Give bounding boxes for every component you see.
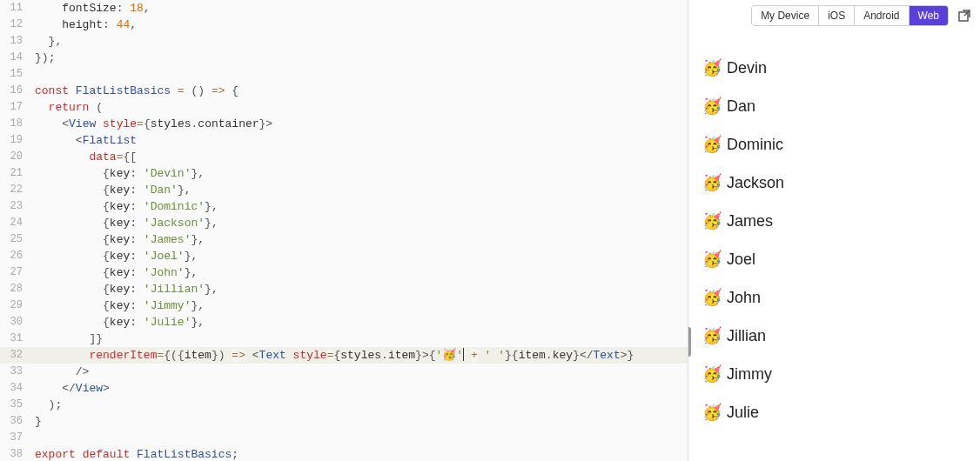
list-item: 🥳 Joel: [702, 240, 966, 278]
code-content: export default FlatListBasics;: [35, 446, 238, 461]
line-number: 28: [0, 281, 35, 297]
list-item-text: Devin: [727, 59, 767, 77]
code-content: {key: 'Jimmy'},: [35, 297, 205, 314]
code-line[interactable]: 18 <View style={styles.container}>: [0, 116, 688, 132]
line-number: 25: [0, 231, 35, 248]
code-content: },: [35, 33, 62, 50]
list-item: 🥳 Devin: [702, 49, 966, 87]
line-number: 20: [0, 149, 35, 165]
code-content: height: 44,: [35, 17, 137, 33]
party-emoji-icon: 🥳: [702, 250, 722, 269]
code-line[interactable]: 15: [0, 66, 688, 83]
list-item-text: John: [727, 289, 761, 307]
code-line[interactable]: 29 {key: 'Jimmy'},: [0, 297, 688, 314]
line-number: 29: [0, 297, 35, 314]
code-line[interactable]: 24 {key: 'Jackson'},: [0, 215, 688, 231]
tab-web[interactable]: Web: [910, 6, 948, 25]
code-line[interactable]: 34 </View>: [0, 380, 688, 397]
line-number: 21: [0, 165, 35, 182]
code-line[interactable]: 12 height: 44,: [0, 17, 688, 33]
code-content: <View style={styles.container}>: [35, 116, 272, 132]
code-content: {key: 'Dan'},: [35, 182, 191, 198]
code-line[interactable]: 14});: [0, 50, 688, 66]
code-content: ]}: [35, 331, 103, 347]
code-line[interactable]: 30 {key: 'Julie'},: [0, 314, 688, 331]
code-content: }: [35, 413, 42, 430]
code-line[interactable]: 26 {key: 'Joel'},: [0, 248, 688, 264]
list-item: 🥳 James: [702, 202, 966, 240]
line-number: 26: [0, 248, 35, 264]
code-content: {key: 'Jillian'},: [35, 281, 218, 297]
list-item: 🥳 Dominic: [702, 125, 966, 164]
code-content: <FlatList: [35, 132, 137, 149]
line-number: 19: [0, 132, 35, 149]
code-line[interactable]: 27 {key: 'John'},: [0, 264, 688, 281]
line-number: 11: [0, 0, 35, 17]
tab-ios[interactable]: iOS: [819, 6, 855, 25]
list-item-text: Dominic: [727, 136, 783, 154]
code-line[interactable]: 13 },: [0, 33, 688, 50]
code-content: data={[: [35, 149, 137, 165]
line-number: 17: [0, 99, 35, 116]
code-line[interactable]: 16const FlatListBasics = () => {: [0, 83, 688, 99]
code-line[interactable]: 31 ]}: [0, 331, 688, 347]
party-emoji-icon: 🥳: [702, 58, 722, 77]
scroll-thumb[interactable]: [688, 327, 691, 357]
party-emoji-icon: 🥳: [702, 288, 722, 307]
code-line[interactable]: 20 data={[: [0, 149, 688, 165]
code-content: renderItem={({item}) => <Text style={sty…: [35, 347, 634, 364]
code-line[interactable]: 17 return (: [0, 99, 688, 116]
list-item-text: Jimmy: [727, 365, 772, 384]
list-item-text: James: [727, 212, 773, 230]
code-line[interactable]: 28 {key: 'Jillian'},: [0, 281, 688, 297]
code-content: {key: 'Jackson'},: [35, 215, 218, 231]
line-number: 27: [0, 264, 35, 281]
code-line[interactable]: 21 {key: 'Devin'},: [0, 165, 688, 182]
tab-my-device[interactable]: My Device: [752, 6, 819, 25]
code-line[interactable]: 11 fontSize: 18,: [0, 0, 688, 17]
party-emoji-icon: 🥳: [702, 403, 722, 422]
code-editor-pane[interactable]: 11 fontSize: 18,12 height: 44,13 },14});…: [0, 0, 688, 461]
party-emoji-icon: 🥳: [702, 326, 722, 345]
line-number: 34: [0, 380, 35, 397]
code-line[interactable]: 36}: [0, 413, 688, 430]
code-line[interactable]: 37: [0, 430, 688, 446]
line-number: 36: [0, 413, 35, 430]
list-item-text: Joel: [727, 251, 755, 269]
line-number: 14: [0, 50, 35, 66]
code-line[interactable]: 35 );: [0, 397, 688, 413]
code-line[interactable]: 19 <FlatList: [0, 132, 688, 149]
code-content: {key: 'Joel'},: [35, 248, 198, 264]
code-content: const FlatListBasics = () => {: [35, 83, 238, 99]
line-number: 24: [0, 215, 35, 231]
list-item: 🥳 Jimmy: [702, 355, 966, 393]
platform-tabs: My Device iOS Android Web: [751, 5, 949, 26]
tab-android[interactable]: Android: [855, 6, 909, 25]
list-item-text: Julie: [727, 404, 759, 422]
code-line[interactable]: 32 renderItem={({item}) => <Text style={…: [0, 347, 688, 364]
code-content: {key: 'John'},: [35, 264, 198, 281]
list-item: 🥳 Jackson: [702, 164, 966, 202]
popout-icon[interactable]: [957, 9, 971, 23]
line-number: 16: [0, 83, 35, 99]
preview-header: My Device iOS Android Web: [688, 0, 980, 30]
line-number: 23: [0, 198, 35, 215]
code-line[interactable]: 23 {key: 'Dominic'},: [0, 198, 688, 215]
code-content: return (: [35, 99, 103, 116]
list-item: 🥳 Dan: [702, 87, 966, 125]
party-emoji-icon: 🥳: [702, 364, 722, 384]
preview-body: 🥳 Devin🥳 Dan🥳 Dominic🥳 Jackson🥳 James🥳 J…: [688, 30, 980, 461]
code-content: />: [35, 364, 89, 380]
code-line[interactable]: 33 />: [0, 364, 688, 380]
code-line[interactable]: 22 {key: 'Dan'},: [0, 182, 688, 198]
code-content: {key: 'Devin'},: [35, 165, 205, 182]
list-item-text: Jackson: [727, 174, 784, 192]
list-item-text: Jillian: [727, 327, 766, 345]
code-line[interactable]: 25 {key: 'James'},: [0, 231, 688, 248]
code-line[interactable]: 38export default FlatListBasics;: [0, 446, 688, 461]
party-emoji-icon: 🥳: [702, 97, 722, 116]
line-number: 35: [0, 397, 35, 413]
code-content: });: [35, 50, 55, 66]
line-number: 38: [0, 446, 35, 461]
line-number: 32: [0, 347, 35, 364]
